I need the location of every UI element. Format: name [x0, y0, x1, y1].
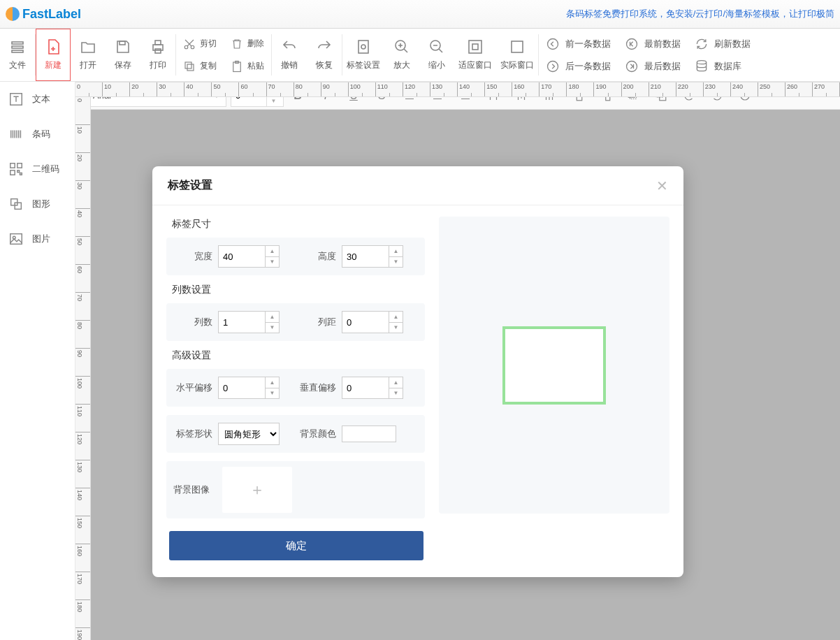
- sidebar-qrcode[interactable]: 二维码: [0, 152, 75, 187]
- bgimg-upload[interactable]: ＋: [222, 467, 292, 513]
- section-size: 标签尺寸: [172, 218, 425, 231]
- hoffset-input[interactable]: ▲▼: [218, 377, 280, 399]
- delete-icon: [231, 38, 243, 50]
- sidebar-shape[interactable]: 图形: [0, 187, 75, 221]
- svg-rect-27: [17, 163, 22, 168]
- svg-rect-32: [15, 203, 21, 209]
- svg-rect-19: [512, 41, 523, 52]
- menu-icon: [9, 38, 26, 55]
- fit-window-button[interactable]: 适应窗口: [454, 29, 496, 81]
- svg-rect-18: [472, 44, 478, 50]
- label-settings-button[interactable]: 标签设置: [342, 29, 384, 81]
- bgcolor-swatch[interactable]: [342, 426, 396, 442]
- sidebar-image[interactable]: 图片: [0, 221, 75, 256]
- svg-rect-6: [155, 49, 161, 53]
- svg-point-22: [627, 38, 637, 49]
- image-icon: [8, 231, 24, 247]
- gap-input[interactable]: ▲▼: [342, 311, 403, 333]
- file-button[interactable]: 文件: [0, 29, 35, 81]
- next-record-button[interactable]: 后一条数据: [543, 57, 614, 76]
- open-button[interactable]: 打开: [71, 29, 106, 81]
- undo-button[interactable]: 撤销: [272, 29, 307, 81]
- confirm-button[interactable]: 确定: [169, 531, 423, 560]
- section-adv: 高级设置: [172, 349, 425, 362]
- close-button[interactable]: ✕: [656, 177, 668, 194]
- title-bar: FastLabel 条码标签免费打印系统，免安装/云打印/海量标签模板，让打印极…: [0, 0, 840, 29]
- svg-point-21: [548, 61, 558, 71]
- svg-rect-5: [155, 41, 161, 45]
- width-label: 宽度: [172, 250, 218, 263]
- svg-rect-33: [10, 234, 22, 245]
- save-button[interactable]: 保存: [106, 29, 140, 81]
- last-icon: [625, 59, 639, 73]
- dialog-title: 标签设置: [168, 178, 212, 193]
- cut-icon: [183, 38, 196, 50]
- preview-panel: [439, 217, 669, 514]
- last-record-button[interactable]: 最后数据: [622, 57, 683, 76]
- actual-window-button[interactable]: 实际窗口: [496, 29, 538, 81]
- paste-button[interactable]: 粘贴: [228, 57, 267, 76]
- undo-icon: [281, 38, 298, 55]
- svg-rect-29: [17, 170, 20, 173]
- svg-point-20: [548, 38, 558, 49]
- new-button[interactable]: 新建: [36, 29, 71, 81]
- database-button[interactable]: 数据库: [692, 57, 753, 76]
- svg-rect-1: [12, 46, 23, 48]
- svg-rect-26: [10, 163, 15, 168]
- zoom-out-icon: [428, 38, 445, 55]
- svg-rect-31: [11, 199, 17, 205]
- sidebar-barcode[interactable]: 条码: [0, 117, 75, 152]
- delete-button[interactable]: 删除: [228, 34, 267, 54]
- hoffset-label: 水平偏移: [172, 381, 218, 394]
- voffset-input[interactable]: ▲▼: [342, 377, 403, 399]
- qrcode-icon: [8, 161, 24, 177]
- save-icon: [115, 38, 131, 55]
- voffset-label: 垂直偏移: [296, 381, 342, 394]
- svg-rect-28: [10, 170, 15, 175]
- width-input[interactable]: ▲▼: [218, 245, 280, 268]
- prev-record-button[interactable]: 前一条数据: [543, 34, 614, 54]
- ruler-vertical: 0102030405060708090100110120130140150160…: [75, 97, 91, 640]
- shape-icon: [8, 196, 24, 212]
- svg-rect-30: [20, 173, 22, 175]
- section-cols: 列数设置: [172, 284, 425, 296]
- zoom-in-button[interactable]: 放大: [384, 29, 419, 81]
- cols-input[interactable]: ▲▼: [218, 311, 280, 333]
- cut-button[interactable]: 剪切: [180, 34, 219, 54]
- copy-icon: [183, 60, 196, 73]
- print-icon: [150, 38, 166, 55]
- preview-label: [502, 326, 606, 405]
- sidebar-text[interactable]: 文本: [0, 82, 75, 117]
- refresh-icon: [695, 37, 709, 51]
- tagline: 条码标签免费打印系统，免安装/云打印/海量标签模板，让打印极简: [566, 8, 834, 20]
- redo-button[interactable]: 恢复: [307, 29, 342, 81]
- bgimg-label: 背景图像: [172, 483, 215, 496]
- fit-icon: [467, 38, 484, 55]
- settings-icon: [355, 38, 372, 55]
- copy-button[interactable]: 复制: [180, 57, 219, 76]
- height-label: 高度: [296, 250, 342, 263]
- svg-point-24: [697, 60, 706, 64]
- print-button[interactable]: 打印: [140, 29, 175, 81]
- bgcolor-label: 背景颜色: [296, 428, 342, 440]
- left-sidebar: 文本 条码 二维码 图形 图片: [0, 82, 75, 640]
- actual-icon: [509, 38, 526, 55]
- first-record-button[interactable]: 最前数据: [622, 34, 683, 54]
- height-input[interactable]: ▲▼: [342, 245, 403, 268]
- svg-rect-0: [12, 42, 23, 44]
- logo-text: FastLabel: [22, 7, 81, 22]
- svg-rect-17: [469, 41, 481, 53]
- zoom-out-button[interactable]: 缩小: [419, 29, 454, 81]
- ruler-horizontal: 0102030405060708090100110120130140150160…: [75, 82, 840, 97]
- svg-point-23: [627, 61, 637, 71]
- svg-rect-9: [185, 62, 191, 68]
- shape-label: 标签形状: [172, 428, 218, 440]
- arrow-left-icon: [546, 37, 560, 51]
- gap-label: 列距: [296, 316, 342, 328]
- arrow-right-icon: [546, 59, 560, 73]
- refresh-data-button[interactable]: 刷新数据: [692, 34, 753, 54]
- shape-select[interactable]: 圆角矩形: [218, 423, 280, 445]
- svg-rect-2: [12, 50, 23, 52]
- svg-point-14: [361, 45, 365, 49]
- svg-rect-4: [153, 45, 163, 50]
